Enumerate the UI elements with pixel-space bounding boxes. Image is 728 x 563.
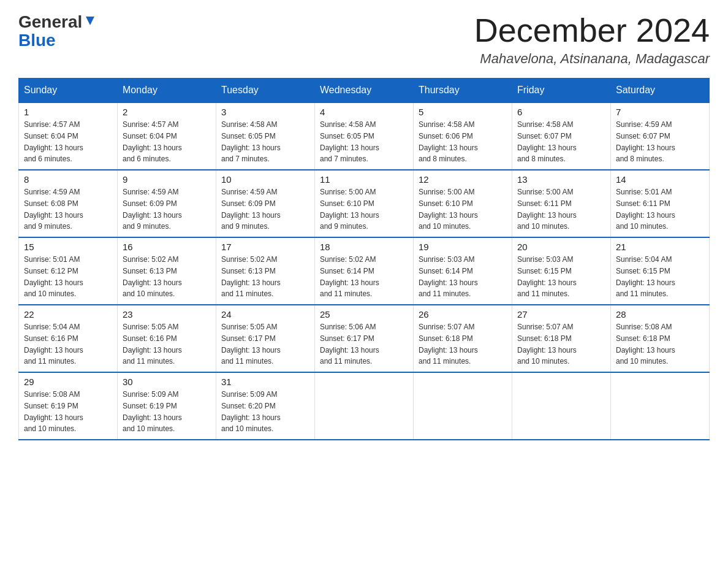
header-friday: Friday bbox=[512, 79, 611, 103]
day-number: 13 bbox=[517, 174, 605, 185]
day-number: 2 bbox=[123, 107, 211, 117]
calendar-cell: 5Sunrise: 4:58 AMSunset: 6:06 PMDaylight… bbox=[414, 102, 512, 170]
week-row-3: 15Sunrise: 5:01 AMSunset: 6:12 PMDayligh… bbox=[19, 237, 710, 305]
calendar-cell bbox=[414, 372, 512, 440]
calendar-header-row: SundayMondayTuesdayWednesdayThursdayFrid… bbox=[19, 79, 710, 103]
day-number: 15 bbox=[24, 242, 112, 252]
day-info: Sunrise: 4:58 AMSunset: 6:05 PMDaylight:… bbox=[221, 119, 309, 164]
calendar-cell: 17Sunrise: 5:02 AMSunset: 6:13 PMDayligh… bbox=[216, 237, 315, 305]
calendar-cell: 1Sunrise: 4:57 AMSunset: 6:04 PMDaylight… bbox=[19, 102, 118, 170]
day-info: Sunrise: 5:00 AMSunset: 6:10 PMDaylight:… bbox=[419, 186, 507, 232]
calendar-cell: 12Sunrise: 5:00 AMSunset: 6:10 PMDayligh… bbox=[414, 170, 512, 237]
day-info: Sunrise: 5:02 AMSunset: 6:13 PMDaylight:… bbox=[123, 254, 211, 299]
day-info: Sunrise: 5:07 AMSunset: 6:18 PMDaylight:… bbox=[517, 321, 605, 367]
day-number: 30 bbox=[123, 377, 211, 387]
header-monday: Monday bbox=[118, 79, 216, 103]
day-info: Sunrise: 5:04 AMSunset: 6:16 PMDaylight:… bbox=[24, 321, 112, 367]
day-number: 28 bbox=[616, 309, 704, 320]
calendar-cell: 22Sunrise: 5:04 AMSunset: 6:16 PMDayligh… bbox=[19, 305, 118, 372]
day-info: Sunrise: 5:05 AMSunset: 6:16 PMDaylight:… bbox=[123, 321, 211, 367]
day-info: Sunrise: 4:59 AMSunset: 6:09 PMDaylight:… bbox=[221, 186, 309, 232]
day-info: Sunrise: 4:58 AMSunset: 6:07 PMDaylight:… bbox=[517, 119, 605, 164]
day-number: 7 bbox=[616, 107, 704, 117]
calendar-cell: 3Sunrise: 4:58 AMSunset: 6:05 PMDaylight… bbox=[216, 102, 315, 170]
calendar-cell: 19Sunrise: 5:03 AMSunset: 6:14 PMDayligh… bbox=[414, 237, 512, 305]
day-info: Sunrise: 5:01 AMSunset: 6:11 PMDaylight:… bbox=[616, 186, 704, 232]
day-number: 11 bbox=[320, 174, 408, 185]
calendar-cell: 2Sunrise: 4:57 AMSunset: 6:04 PMDaylight… bbox=[118, 102, 216, 170]
day-info: Sunrise: 5:05 AMSunset: 6:17 PMDaylight:… bbox=[221, 321, 309, 367]
day-number: 9 bbox=[123, 174, 211, 185]
calendar-cell: 13Sunrise: 5:00 AMSunset: 6:11 PMDayligh… bbox=[512, 170, 611, 237]
month-title: December 2024 bbox=[474, 12, 710, 48]
header-thursday: Thursday bbox=[414, 79, 512, 103]
calendar-cell: 26Sunrise: 5:07 AMSunset: 6:18 PMDayligh… bbox=[414, 305, 512, 372]
logo-blue-text: Blue bbox=[18, 32, 56, 49]
calendar-cell: 21Sunrise: 5:04 AMSunset: 6:15 PMDayligh… bbox=[611, 237, 710, 305]
svg-marker-0 bbox=[86, 17, 94, 25]
day-number: 3 bbox=[221, 107, 309, 117]
calendar-cell: 25Sunrise: 5:06 AMSunset: 6:17 PMDayligh… bbox=[315, 305, 414, 372]
day-info: Sunrise: 4:57 AMSunset: 6:04 PMDaylight:… bbox=[24, 119, 112, 164]
day-info: Sunrise: 5:02 AMSunset: 6:13 PMDaylight:… bbox=[221, 254, 309, 299]
week-row-4: 22Sunrise: 5:04 AMSunset: 6:16 PMDayligh… bbox=[19, 305, 710, 372]
calendar-cell: 14Sunrise: 5:01 AMSunset: 6:11 PMDayligh… bbox=[611, 170, 710, 237]
day-info: Sunrise: 5:03 AMSunset: 6:15 PMDaylight:… bbox=[517, 254, 605, 299]
calendar-cell: 27Sunrise: 5:07 AMSunset: 6:18 PMDayligh… bbox=[512, 305, 611, 372]
day-number: 6 bbox=[517, 107, 605, 117]
day-number: 24 bbox=[221, 309, 309, 320]
day-number: 8 bbox=[24, 174, 112, 185]
day-number: 1 bbox=[24, 107, 112, 117]
calendar-cell: 31Sunrise: 5:09 AMSunset: 6:20 PMDayligh… bbox=[216, 372, 315, 440]
logo-general-text: General bbox=[18, 12, 82, 32]
calendar-cell: 28Sunrise: 5:08 AMSunset: 6:18 PMDayligh… bbox=[611, 305, 710, 372]
week-row-5: 29Sunrise: 5:08 AMSunset: 6:19 PMDayligh… bbox=[19, 372, 710, 440]
day-number: 19 bbox=[419, 242, 507, 252]
day-info: Sunrise: 5:08 AMSunset: 6:18 PMDaylight:… bbox=[616, 321, 704, 367]
day-number: 23 bbox=[123, 309, 211, 320]
calendar-cell bbox=[315, 372, 414, 440]
day-number: 29 bbox=[24, 377, 112, 387]
header-wednesday: Wednesday bbox=[315, 79, 414, 103]
page-header: General Blue December 2024 Mahavelona, A… bbox=[18, 12, 710, 67]
day-info: Sunrise: 4:59 AMSunset: 6:08 PMDaylight:… bbox=[24, 186, 112, 232]
day-number: 20 bbox=[517, 242, 605, 252]
day-number: 26 bbox=[419, 309, 507, 320]
calendar-cell: 6Sunrise: 4:58 AMSunset: 6:07 PMDaylight… bbox=[512, 102, 611, 170]
calendar-cell: 18Sunrise: 5:02 AMSunset: 6:14 PMDayligh… bbox=[315, 237, 414, 305]
day-number: 31 bbox=[221, 377, 309, 387]
day-info: Sunrise: 5:09 AMSunset: 6:20 PMDaylight:… bbox=[221, 389, 309, 434]
calendar-cell: 8Sunrise: 4:59 AMSunset: 6:08 PMDaylight… bbox=[19, 170, 118, 237]
calendar-cell: 7Sunrise: 4:59 AMSunset: 6:07 PMDaylight… bbox=[611, 102, 710, 170]
header-tuesday: Tuesday bbox=[216, 79, 315, 103]
day-number: 27 bbox=[517, 309, 605, 320]
logo-arrow-icon bbox=[83, 14, 97, 28]
calendar-cell: 23Sunrise: 5:05 AMSunset: 6:16 PMDayligh… bbox=[118, 305, 216, 372]
week-row-2: 8Sunrise: 4:59 AMSunset: 6:08 PMDaylight… bbox=[19, 170, 710, 237]
day-number: 4 bbox=[320, 107, 408, 117]
calendar-cell: 20Sunrise: 5:03 AMSunset: 6:15 PMDayligh… bbox=[512, 237, 611, 305]
calendar-table: SundayMondayTuesdayWednesdayThursdayFrid… bbox=[18, 78, 710, 440]
day-info: Sunrise: 5:00 AMSunset: 6:11 PMDaylight:… bbox=[517, 186, 605, 232]
calendar-cell bbox=[512, 372, 611, 440]
day-number: 22 bbox=[24, 309, 112, 320]
day-number: 18 bbox=[320, 242, 408, 252]
day-info: Sunrise: 5:08 AMSunset: 6:19 PMDaylight:… bbox=[24, 389, 112, 434]
day-info: Sunrise: 5:02 AMSunset: 6:14 PMDaylight:… bbox=[320, 254, 408, 299]
day-number: 12 bbox=[419, 174, 507, 185]
location-text: Mahavelona, Atsinanana, Madagascar bbox=[474, 51, 710, 67]
day-number: 25 bbox=[320, 309, 408, 320]
header-sunday: Sunday bbox=[19, 79, 118, 103]
day-number: 21 bbox=[616, 242, 704, 252]
day-number: 17 bbox=[221, 242, 309, 252]
day-info: Sunrise: 5:01 AMSunset: 6:12 PMDaylight:… bbox=[24, 254, 112, 299]
calendar-cell bbox=[611, 372, 710, 440]
week-row-1: 1Sunrise: 4:57 AMSunset: 6:04 PMDaylight… bbox=[19, 102, 710, 170]
logo: General Blue bbox=[18, 12, 97, 49]
day-info: Sunrise: 4:57 AMSunset: 6:04 PMDaylight:… bbox=[123, 119, 211, 164]
day-info: Sunrise: 4:59 AMSunset: 6:07 PMDaylight:… bbox=[616, 119, 704, 164]
day-info: Sunrise: 4:58 AMSunset: 6:06 PMDaylight:… bbox=[419, 119, 507, 164]
day-number: 16 bbox=[123, 242, 211, 252]
day-info: Sunrise: 5:06 AMSunset: 6:17 PMDaylight:… bbox=[320, 321, 408, 367]
title-section: December 2024 Mahavelona, Atsinanana, Ma… bbox=[474, 12, 710, 67]
